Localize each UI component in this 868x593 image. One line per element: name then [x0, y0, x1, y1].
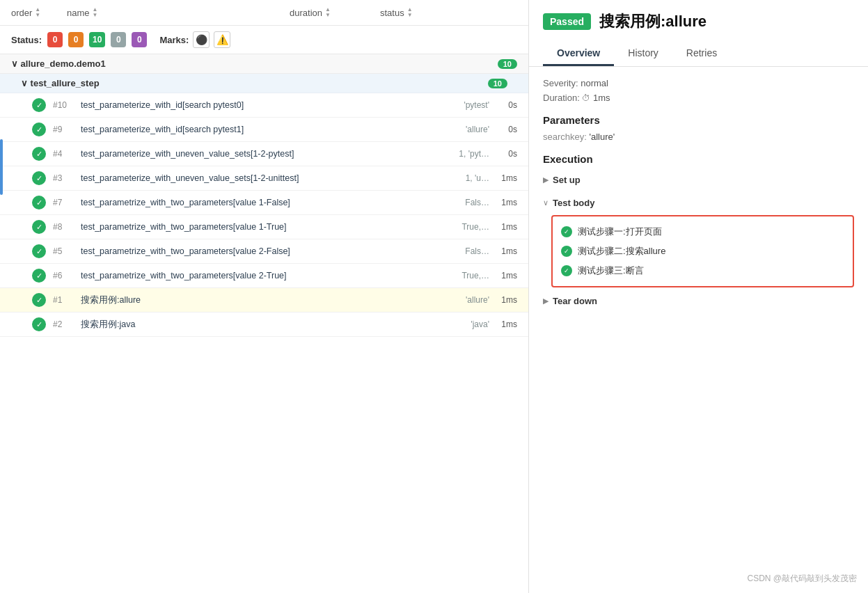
status-bar: Status: 0 0 10 0 0 Marks: ⚫ ⚠️ — [0, 26, 528, 54]
col-status[interactable]: status ▲▼ — [380, 7, 436, 18]
step-item: ✓测试步骤三:断言 — [561, 261, 844, 280]
test-order: #2 — [53, 319, 74, 329]
testbody-group: ∨ Test body ✓测试步骤一:打开页面✓测试步骤二:搜索allure✓测… — [543, 193, 854, 287]
tab-history[interactable]: History — [614, 42, 672, 66]
duration-row: Duration: ⏱ 1ms — [543, 93, 854, 103]
title-row: Passed 搜索用例:allure — [543, 11, 854, 32]
test-duration: 0s — [496, 125, 517, 134]
check-icon: ✓ — [32, 317, 46, 331]
test-order: #9 — [53, 125, 74, 134]
test-row[interactable]: ✓#6test_parametrize_with_two_parameters[… — [0, 264, 528, 288]
test-duration: 1ms — [496, 173, 517, 183]
order-sort-icon: ▲▼ — [35, 7, 40, 18]
tab-retries[interactable]: Retries — [672, 42, 731, 66]
group-name: ∨ allure_demo.demo1 — [11, 58, 498, 69]
test-param: 'java' — [471, 319, 489, 329]
test-name: test_parametrize_with_two_parameters[val… — [81, 222, 455, 232]
test-row[interactable]: ✓#2搜索用例:java'java'1ms — [0, 313, 528, 337]
test-name: test_parametrize_with_two_parameters[val… — [81, 271, 455, 280]
test-order: #4 — [53, 149, 74, 159]
mark-warning-icon[interactable]: ⚠️ — [214, 31, 230, 48]
col-status-label: status — [380, 8, 404, 18]
marks-section: Marks: ⚫ ⚠️ — [159, 31, 230, 48]
severity-row: Severity: normal — [543, 78, 854, 88]
test-row[interactable]: ✓#1搜索用例:allure'allure'1ms — [0, 288, 528, 313]
col-name[interactable]: name ▲▼ — [67, 7, 276, 18]
test-body-box: ✓测试步骤一:打开页面✓测试步骤二:搜索allure✓测试步骤三:断言 — [551, 215, 854, 287]
test-duration: 1ms — [496, 246, 517, 256]
check-icon: ✓ — [32, 196, 46, 209]
check-icon: ✓ — [32, 244, 46, 258]
test-order: #8 — [53, 222, 74, 232]
test-duration: 0s — [496, 100, 517, 110]
teardown-header[interactable]: ▶ Tear down — [543, 292, 854, 310]
test-order: #3 — [53, 173, 74, 183]
col-duration-label: duration — [290, 8, 322, 18]
status-bar-label: Status: — [11, 35, 42, 45]
test-row[interactable]: ✓#9test_parameterize_with_id[search pyte… — [0, 118, 528, 142]
teardown-group: ▶ Tear down — [543, 292, 854, 310]
test-param: 'allure' — [466, 295, 489, 305]
step-check-icon: ✓ — [561, 226, 572, 237]
check-icon: ✓ — [32, 293, 46, 307]
test-duration: 1ms — [496, 271, 517, 280]
teardown-arrow-icon: ▶ — [543, 296, 549, 306]
steps-container: ✓测试步骤一:打开页面✓测试步骤二:搜索allure✓测试步骤三:断言 — [561, 222, 844, 280]
test-name: 搜索用例:allure — [81, 294, 459, 306]
duration-label: Duration: — [543, 93, 580, 103]
step-label: 测试步骤一:打开页面 — [578, 226, 662, 238]
test-name: test_parameterize_with_id[search pytest1… — [81, 125, 459, 134]
test-order: #6 — [53, 271, 74, 280]
test-row[interactable]: ✓#5test_parametrize_with_two_parameters[… — [0, 239, 528, 264]
group-row[interactable]: ∨ allure_demo.demo1 10 — [0, 54, 528, 74]
step-check-icon: ✓ — [561, 265, 572, 276]
watermark: CSDN @敲代码敲到头发茂密 — [747, 573, 857, 585]
test-duration: 1ms — [496, 198, 517, 207]
test-param: True,… — [461, 271, 489, 280]
execution-section: ▶ Set up ∨ Test body ✓测试步骤一:打开页面✓测试步骤二:搜… — [543, 171, 854, 310]
badge-skipped: 0 — [111, 32, 126, 47]
name-sort-icon: ▲▼ — [93, 7, 98, 18]
subgroup-name: ∨ test_allure_step — [21, 78, 488, 88]
badge-failed: 0 — [47, 32, 63, 47]
right-panel: Passed 搜索用例:allure Overview History Retr… — [529, 0, 868, 593]
badge-passed: 10 — [89, 32, 105, 47]
test-name: test_parametrize_with_two_parameters[val… — [81, 198, 458, 207]
check-icon: ✓ — [32, 269, 46, 283]
severity-value: normal — [581, 78, 608, 88]
duration-sort-icon: ▲▼ — [325, 7, 331, 18]
tab-overview[interactable]: Overview — [543, 42, 614, 66]
test-row[interactable]: ✓#7test_parametrize_with_two_parameters[… — [0, 191, 528, 215]
test-name: 搜索用例:java — [81, 319, 464, 331]
test-name: test_parameterize_with_id[search pytest0… — [81, 100, 457, 110]
test-row[interactable]: ✓#8test_parametrize_with_two_parameters[… — [0, 215, 528, 239]
test-order: #10 — [53, 100, 74, 110]
setup-group: ▶ Set up — [543, 171, 854, 189]
mark-circle-icon[interactable]: ⚫ — [193, 31, 210, 48]
check-icon: ✓ — [32, 122, 46, 136]
test-row[interactable]: ✓#4test_parameterize_with_uneven_value_s… — [0, 142, 528, 166]
test-title: 搜索用例:allure — [599, 11, 707, 32]
marks-label: Marks: — [159, 35, 189, 45]
subgroup-row[interactable]: ∨ test_allure_step 10 — [0, 74, 528, 93]
step-label: 测试步骤二:搜索allure — [578, 245, 665, 258]
parameters-title: Parameters — [543, 114, 854, 126]
subgroup-badge: 10 — [488, 79, 507, 88]
param-row: searchkey: 'allure' — [543, 132, 854, 142]
test-row[interactable]: ✓#3test_parameterize_with_uneven_value_s… — [0, 166, 528, 191]
testbody-arrow-icon: ∨ — [543, 198, 549, 207]
test-order: #5 — [53, 246, 74, 256]
test-param: Fals… — [465, 198, 489, 207]
col-duration[interactable]: duration ▲▼ — [290, 7, 366, 18]
status-sort-icon: ▲▼ — [407, 7, 413, 18]
setup-header[interactable]: ▶ Set up — [543, 171, 854, 189]
teardown-label: Tear down — [553, 296, 597, 306]
test-param: Fals… — [465, 246, 489, 256]
test-row[interactable]: ✓#10test_parameterize_with_id[search pyt… — [0, 93, 528, 118]
test-name: test_parameterize_with_uneven_value_sets… — [81, 149, 452, 159]
group-badge: 10 — [498, 59, 517, 69]
severity-label: Severity: — [543, 78, 578, 88]
col-order[interactable]: order ▲▼ — [11, 7, 53, 18]
testbody-header[interactable]: ∨ Test body — [543, 193, 854, 212]
test-order: #1 — [53, 295, 74, 305]
